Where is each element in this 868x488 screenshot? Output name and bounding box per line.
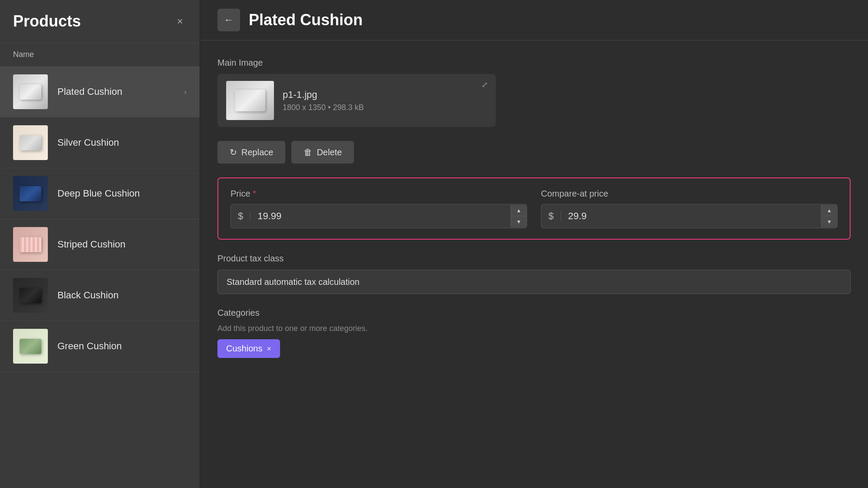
image-preview (226, 81, 274, 120)
product-thumbnail (13, 329, 48, 364)
page-title: Plated Cushion (249, 11, 363, 29)
list-item[interactable]: Deep Blue Cushion (0, 168, 200, 219)
delete-icon: 🗑 (304, 147, 312, 157)
category-tag-label: Cushions (226, 344, 262, 354)
list-item[interactable]: Plated Cushion › (0, 67, 200, 117)
product-thumbnail (13, 227, 48, 262)
currency-symbol: $ (231, 211, 250, 222)
main-image-section: Main Image p1-1.jpg 1800 x 1350 • 298.3 … (217, 58, 851, 127)
compare-currency-symbol: $ (541, 211, 561, 222)
replace-button[interactable]: ↻ Replace (217, 141, 285, 164)
sidebar: Products × Name Plated Cushion › Silver … (0, 0, 200, 488)
product-thumbnail (13, 74, 48, 109)
back-button[interactable]: ← (217, 9, 240, 31)
price-decrement-button[interactable]: ▼ (511, 216, 527, 227)
category-tag-remove-button[interactable]: × (267, 345, 271, 353)
content-area: Main Image p1-1.jpg 1800 x 1350 • 298.3 … (200, 40, 868, 375)
tax-label: Product tax class (217, 254, 851, 264)
product-thumbnail (13, 176, 48, 211)
replace-icon: ↻ (230, 147, 237, 157)
compare-decrement-button[interactable]: ▼ (821, 216, 837, 227)
product-name: Striped Cushion (57, 239, 187, 250)
category-tags: Cushions × (217, 339, 851, 358)
categories-hint: Add this product to one or more categori… (217, 324, 851, 333)
product-name: Plated Cushion (57, 86, 174, 97)
compare-price-input[interactable] (561, 204, 821, 228)
required-indicator: * (253, 189, 256, 198)
topbar: ← Plated Cushion (200, 0, 868, 40)
image-filename: p1-1.jpg (283, 89, 487, 100)
list-item[interactable]: Striped Cushion (0, 219, 200, 270)
price-spinner: ▲ ▼ (511, 205, 527, 227)
list-item[interactable]: Green Cushion (0, 321, 200, 372)
price-label: Price * (230, 189, 527, 199)
categories-label: Categories (217, 308, 851, 318)
price-section: Price * $ ▲ ▼ Compare-at price (217, 177, 851, 240)
categories-section: Categories Add this product to one or mo… (217, 308, 851, 358)
action-buttons: ↻ Replace 🗑 Delete (217, 141, 851, 164)
compare-price-field: Compare-at price $ ▲ ▼ (541, 189, 838, 228)
compare-price-input-wrapper: $ ▲ ▼ (541, 204, 838, 228)
price-input[interactable] (250, 204, 511, 228)
list-item[interactable]: Silver Cushion (0, 117, 200, 168)
price-input-wrapper: $ ▲ ▼ (230, 204, 527, 228)
compare-price-label: Compare-at price (541, 189, 838, 199)
sidebar-header: Products × (0, 0, 200, 43)
price-grid: Price * $ ▲ ▼ Compare-at price (230, 189, 838, 228)
sidebar-close-button[interactable]: × (174, 13, 187, 29)
price-increment-button[interactable]: ▲ (511, 205, 527, 216)
tax-class-select[interactable]: Standard automatic tax calculation (217, 270, 851, 294)
sidebar-column-header: Name (0, 43, 200, 67)
delete-label: Delete (317, 147, 342, 157)
category-tag: Cushions × (217, 339, 280, 358)
product-name: Green Cushion (57, 341, 187, 352)
product-thumbnail (13, 125, 48, 160)
sidebar-title: Products (13, 12, 81, 30)
image-meta: 1800 x 1350 • 298.3 kB (283, 103, 487, 112)
main-image-label: Main Image (217, 58, 851, 68)
chevron-right-icon: › (184, 87, 187, 97)
external-link-icon[interactable]: ⤢ (481, 80, 488, 90)
compare-increment-button[interactable]: ▲ (821, 205, 837, 216)
main-content: ← Plated Cushion Main Image p1-1.jpg 180… (200, 0, 868, 488)
list-item[interactable]: Black Cushion (0, 270, 200, 321)
tax-section: Product tax class Standard automatic tax… (217, 254, 851, 294)
product-thumbnail (13, 278, 48, 313)
compare-price-spinner: ▲ ▼ (821, 205, 837, 227)
product-name: Black Cushion (57, 290, 187, 301)
image-info: p1-1.jpg 1800 x 1350 • 298.3 kB (283, 89, 487, 112)
delete-button[interactable]: 🗑 Delete (291, 141, 354, 164)
product-list: Plated Cushion › Silver Cushion Deep Blu… (0, 67, 200, 488)
cushion-preview-art (235, 90, 265, 111)
replace-label: Replace (241, 147, 273, 157)
product-name: Deep Blue Cushion (57, 188, 187, 199)
product-name: Silver Cushion (57, 137, 187, 148)
image-card: p1-1.jpg 1800 x 1350 • 298.3 kB ⤢ (217, 74, 496, 127)
price-field: Price * $ ▲ ▼ (230, 189, 527, 228)
